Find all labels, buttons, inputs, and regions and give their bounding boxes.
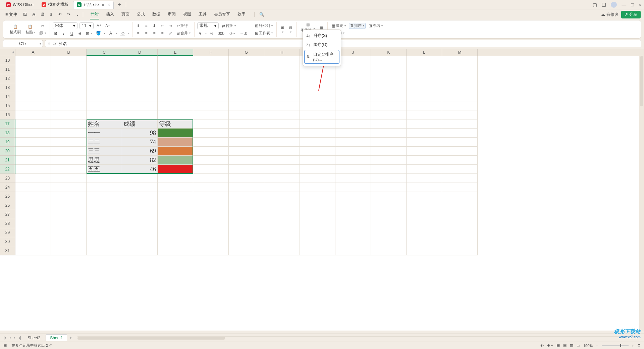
row-header[interactable]: 23 bbox=[0, 174, 15, 183]
save-status[interactable]: ☁ 有修改 bbox=[601, 12, 619, 17]
cell[interactable] bbox=[158, 65, 193, 74]
cell[interactable] bbox=[122, 101, 158, 110]
cell[interactable] bbox=[300, 138, 335, 147]
cell[interactable] bbox=[122, 83, 158, 92]
cell[interactable] bbox=[335, 192, 371, 201]
cell[interactable] bbox=[407, 138, 442, 147]
cell[interactable] bbox=[15, 237, 51, 246]
cell[interactable] bbox=[158, 228, 193, 237]
col-header-A[interactable]: A bbox=[15, 49, 51, 56]
cell[interactable] bbox=[158, 92, 193, 101]
cell[interactable] bbox=[371, 183, 407, 192]
cell[interactable] bbox=[300, 156, 335, 165]
cell[interactable] bbox=[300, 183, 335, 192]
cell[interactable] bbox=[442, 210, 478, 219]
cut-icon[interactable]: ✂ bbox=[38, 23, 47, 29]
search-icon[interactable]: 🔍 bbox=[254, 12, 264, 17]
cell[interactable] bbox=[229, 165, 264, 174]
insert-cells-button[interactable]: ⊞▾ bbox=[279, 25, 285, 34]
cell[interactable] bbox=[193, 147, 229, 156]
cell[interactable] bbox=[193, 156, 229, 165]
fx-icon[interactable]: fx bbox=[53, 41, 56, 46]
row-header[interactable]: 18 bbox=[0, 129, 15, 138]
cell[interactable] bbox=[51, 192, 87, 201]
cell[interactable] bbox=[193, 119, 229, 129]
cell[interactable] bbox=[371, 83, 407, 92]
window-snap-icon[interactable]: ▢ bbox=[593, 2, 597, 7]
row-header[interactable]: 24 bbox=[0, 183, 15, 192]
cell[interactable] bbox=[300, 65, 335, 74]
cell[interactable] bbox=[193, 237, 229, 246]
cell[interactable] bbox=[15, 101, 51, 110]
cell[interactable] bbox=[335, 201, 371, 210]
tab-view[interactable]: 视图 bbox=[182, 10, 192, 19]
row-header[interactable]: 26 bbox=[0, 201, 15, 210]
cell[interactable] bbox=[371, 92, 407, 101]
cell[interactable] bbox=[335, 147, 371, 156]
cell[interactable] bbox=[229, 138, 264, 147]
tab-formula[interactable]: 公式 bbox=[136, 10, 146, 19]
cell[interactable] bbox=[229, 83, 264, 92]
file-menu[interactable]: ≡ 文件 bbox=[3, 11, 19, 18]
spreadsheet-grid[interactable]: ABCDEFGHIJKLM 1011121314151617姓名成绩等级18一一… bbox=[0, 49, 644, 331]
cell[interactable] bbox=[442, 147, 478, 156]
font-select[interactable]: 宋体▾ bbox=[53, 22, 77, 29]
cell[interactable] bbox=[264, 228, 300, 237]
cell[interactable] bbox=[87, 246, 122, 255]
percent-button[interactable]: % bbox=[209, 31, 215, 37]
cell[interactable] bbox=[122, 183, 158, 192]
cell[interactable] bbox=[371, 228, 407, 237]
cell[interactable] bbox=[442, 119, 478, 129]
cell[interactable] bbox=[229, 156, 264, 165]
cell[interactable] bbox=[300, 101, 335, 110]
cell[interactable] bbox=[371, 219, 407, 228]
cell[interactable] bbox=[51, 138, 87, 147]
cell[interactable] bbox=[371, 156, 407, 165]
font-size-select[interactable]: 11▾ bbox=[79, 22, 94, 29]
cell[interactable] bbox=[335, 210, 371, 219]
cell[interactable] bbox=[442, 110, 478, 119]
convert-button[interactable]: ⇄转换▾ bbox=[221, 23, 237, 29]
cell[interactable] bbox=[51, 201, 87, 210]
cell[interactable] bbox=[335, 119, 371, 129]
cell[interactable] bbox=[300, 201, 335, 210]
cell[interactable] bbox=[300, 174, 335, 183]
cell[interactable] bbox=[122, 228, 158, 237]
cell[interactable] bbox=[371, 165, 407, 174]
cell[interactable] bbox=[122, 65, 158, 74]
dec-decimal-icon[interactable]: ←.0 bbox=[239, 31, 248, 37]
row-header[interactable]: 11 bbox=[0, 65, 15, 74]
cell[interactable] bbox=[335, 165, 371, 174]
save-icon[interactable]: 🖫 bbox=[22, 12, 28, 17]
format-painter-button[interactable]: 📋 格式刷 bbox=[8, 24, 22, 35]
orientation-icon[interactable]: ⤢ bbox=[167, 30, 173, 36]
cell[interactable] bbox=[264, 138, 300, 147]
cell[interactable] bbox=[15, 83, 51, 92]
cell[interactable] bbox=[87, 92, 122, 101]
cell[interactable] bbox=[300, 192, 335, 201]
cell[interactable] bbox=[264, 237, 300, 246]
cell[interactable] bbox=[158, 156, 193, 165]
bold-button[interactable]: B bbox=[53, 31, 59, 37]
sort-asc-item[interactable]: A↓升序(S) bbox=[303, 31, 341, 40]
cell[interactable] bbox=[407, 174, 442, 183]
cell[interactable] bbox=[87, 56, 122, 65]
cell[interactable] bbox=[15, 92, 51, 101]
cell[interactable] bbox=[335, 74, 371, 83]
wrap-button[interactable]: ↩换行 bbox=[175, 23, 189, 29]
tab-insert[interactable]: 插入 bbox=[105, 10, 115, 19]
cell[interactable] bbox=[300, 165, 335, 174]
cell[interactable] bbox=[371, 65, 407, 74]
cell[interactable] bbox=[122, 219, 158, 228]
cell[interactable] bbox=[371, 210, 407, 219]
cell[interactable] bbox=[122, 174, 158, 183]
strike-button[interactable]: S bbox=[77, 31, 83, 37]
cell[interactable] bbox=[300, 237, 335, 246]
cell[interactable] bbox=[264, 174, 300, 183]
cell[interactable] bbox=[158, 201, 193, 210]
cell[interactable] bbox=[407, 101, 442, 110]
row-header[interactable]: 10 bbox=[0, 56, 15, 65]
cell[interactable]: 三三 bbox=[87, 147, 122, 156]
cell[interactable] bbox=[158, 174, 193, 183]
freeze-button[interactable]: ⊞冻结▾ bbox=[368, 23, 384, 29]
